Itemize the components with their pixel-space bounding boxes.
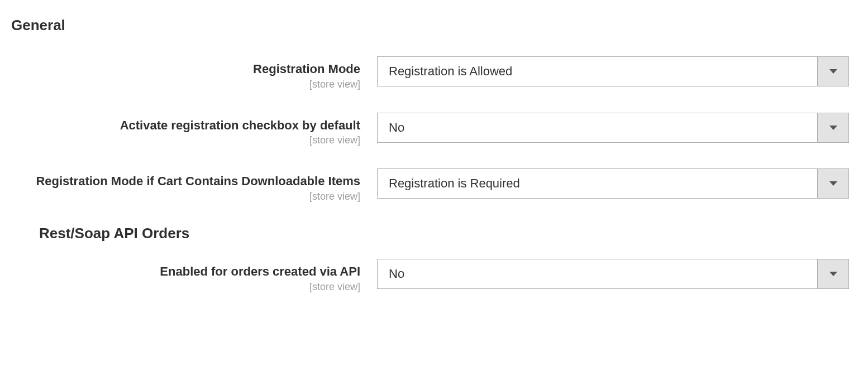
label-col: Activate registration checkbox by defaul… [11, 113, 377, 147]
select-value: No [378, 113, 817, 142]
label-col: Registration Mode [store view] [11, 56, 377, 90]
field-label-registration-mode-downloadable: Registration Mode if Cart Contains Downl… [11, 173, 360, 190]
section-title-api-orders: Rest/Soap API Orders [39, 225, 857, 242]
registration-mode-downloadable-select[interactable]: Registration is Required [377, 168, 849, 199]
field-row-activate-checkbox: Activate registration checkbox by defaul… [11, 113, 857, 147]
field-row-enabled-api: Enabled for orders created via API [stor… [11, 259, 857, 293]
chevron-down-icon [817, 113, 848, 142]
field-scope: [store view] [11, 134, 360, 146]
field-scope: [store view] [11, 191, 360, 203]
chevron-down-icon [817, 169, 848, 198]
control-col: Registration is Allowed [377, 56, 849, 86]
field-scope: [store view] [11, 79, 360, 90]
field-label-activate-checkbox: Activate registration checkbox by defaul… [11, 117, 360, 134]
select-value: Registration is Allowed [378, 57, 817, 86]
chevron-down-icon [817, 259, 848, 288]
label-col: Enabled for orders created via API [stor… [11, 259, 377, 293]
svg-marker-3 [829, 272, 837, 276]
control-col: No [377, 113, 849, 143]
section-title-general: General [11, 17, 857, 34]
control-col: No [377, 259, 849, 289]
select-value: Registration is Required [378, 169, 817, 198]
control-col: Registration is Required [377, 168, 849, 199]
svg-marker-2 [829, 181, 837, 186]
field-scope: [store view] [11, 281, 360, 293]
field-label-enabled-api: Enabled for orders created via API [11, 263, 360, 280]
chevron-down-icon [817, 57, 848, 86]
svg-marker-0 [829, 69, 837, 74]
select-value: No [378, 259, 817, 288]
enabled-api-select[interactable]: No [377, 259, 849, 289]
label-col: Registration Mode if Cart Contains Downl… [11, 168, 377, 203]
registration-mode-select[interactable]: Registration is Allowed [377, 56, 849, 86]
field-label-registration-mode: Registration Mode [11, 61, 360, 78]
svg-marker-1 [829, 126, 837, 130]
field-row-registration-mode-downloadable: Registration Mode if Cart Contains Downl… [11, 168, 857, 203]
activate-checkbox-select[interactable]: No [377, 113, 849, 143]
field-row-registration-mode: Registration Mode [store view] Registrat… [11, 56, 857, 90]
